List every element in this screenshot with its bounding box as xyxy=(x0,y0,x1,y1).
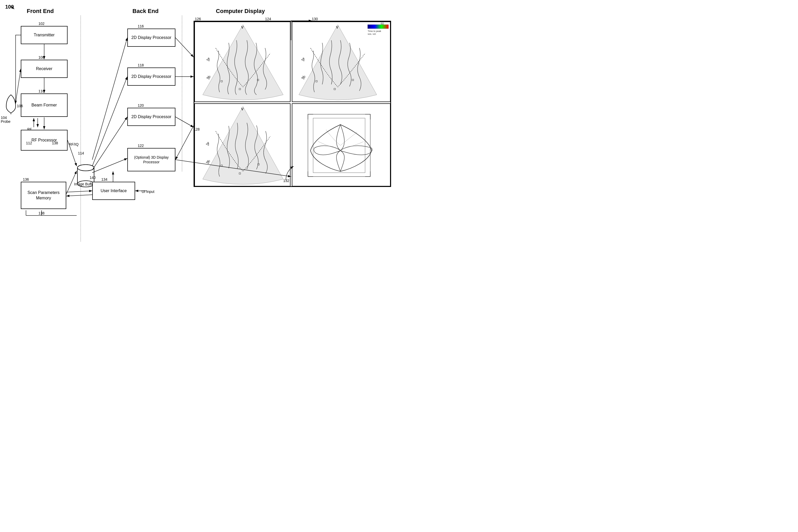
svg-line-63 xyxy=(66,195,92,196)
ref-120: 120 xyxy=(138,103,144,108)
probe-label: Probe xyxy=(1,119,11,124)
ref-132: 132 xyxy=(283,178,289,183)
display-2d-2-block: 2D Display Processor xyxy=(127,68,176,86)
svg-line-57 xyxy=(92,158,127,173)
us-image-bl: V 5 10 xyxy=(195,104,291,186)
receiver-block: Receiver xyxy=(21,60,68,78)
svg-rect-39 xyxy=(292,104,391,186)
user-interface-block: User Interface xyxy=(92,182,135,200)
svg-line-58 xyxy=(176,38,194,57)
us-image-tl: V 5 10 xyxy=(195,22,291,102)
3d-display xyxy=(292,104,391,186)
display-2d-1-block: 2D Display Processor xyxy=(127,28,176,47)
section-computer-display: Computer Display xyxy=(195,8,286,15)
image-buffer-label: Image Buffer xyxy=(74,182,95,186)
ref-134: 134 xyxy=(101,177,107,182)
ref-106: 106 xyxy=(17,104,23,108)
rf-label: RF xyxy=(27,127,32,131)
svg-text:5: 5 xyxy=(303,57,304,60)
ui-input-label: UI Input xyxy=(142,190,155,194)
svg-text:V: V xyxy=(241,107,244,111)
display-2d-3-block: 2D Display Processor xyxy=(127,108,176,126)
svg-text:5: 5 xyxy=(207,141,209,145)
display-panel-tr: V 5 10 Time to peak so xyxy=(292,22,391,102)
svg-text:5: 5 xyxy=(208,57,210,60)
ref-102: 102 xyxy=(38,22,44,26)
computer-display-outer: V 5 10 xyxy=(194,21,391,187)
ref-110: 110 xyxy=(38,89,44,93)
ref-100: 100 xyxy=(5,4,14,10)
display-panel-bl: V 5 10 xyxy=(194,103,291,186)
svg-line-56 xyxy=(92,117,127,170)
display-panel-tl: V 5 10 xyxy=(194,22,291,102)
svg-text:sos. vol.: sos. vol. xyxy=(368,33,376,35)
ref-138-b: 138 xyxy=(38,211,44,215)
svg-text:10: 10 xyxy=(302,75,305,78)
svg-text:10: 10 xyxy=(207,160,210,163)
us-image-tr: V 5 10 Time to peak so xyxy=(292,22,391,102)
ref-114: 114 xyxy=(78,151,99,155)
ref-122: 122 xyxy=(138,144,144,148)
svg-line-60 xyxy=(176,117,194,127)
rf-iq-label: RF/IQ xyxy=(69,142,78,147)
rf-processor-block: RF Processor xyxy=(21,130,68,151)
ref-118: 118 xyxy=(138,63,144,67)
beam-former-block: Beam Former xyxy=(21,93,68,117)
diagram-container: 100 Front End Back End Computer Display … xyxy=(0,0,399,266)
ref-130: 130 xyxy=(312,17,318,21)
svg-rect-23 xyxy=(368,25,388,28)
ref-108: 108 xyxy=(38,55,44,59)
probe-icon xyxy=(4,93,18,115)
scan-params-block: Scan Parameters Memory xyxy=(21,182,66,209)
section-back-end: Back End xyxy=(120,8,171,15)
ref-128: 128 xyxy=(194,127,200,131)
display-panel-br xyxy=(292,103,391,186)
ref-138-a: 138 xyxy=(52,141,58,145)
display-3d-block: (Optional) 3D Display Processor xyxy=(127,148,176,171)
ref-112: 112 xyxy=(26,141,32,145)
svg-text:V: V xyxy=(241,25,244,29)
transmitter-block: Transmitter xyxy=(21,26,68,44)
ref-124: 124 xyxy=(265,17,271,21)
divider-1 xyxy=(80,16,81,242)
svg-text:V: V xyxy=(336,25,339,29)
ref-104: 104 xyxy=(1,116,7,120)
section-front-end: Front End xyxy=(14,8,66,15)
svg-line-70 xyxy=(176,123,195,160)
svg-text:10: 10 xyxy=(207,75,211,78)
ref-116: 116 xyxy=(138,24,144,28)
ref-136: 136 xyxy=(23,177,29,182)
svg-point-5 xyxy=(77,165,94,171)
svg-text:60: 60 xyxy=(381,22,384,25)
ref-126: 126 xyxy=(195,17,201,21)
svg-text:Time to peak: Time to peak xyxy=(368,30,381,33)
